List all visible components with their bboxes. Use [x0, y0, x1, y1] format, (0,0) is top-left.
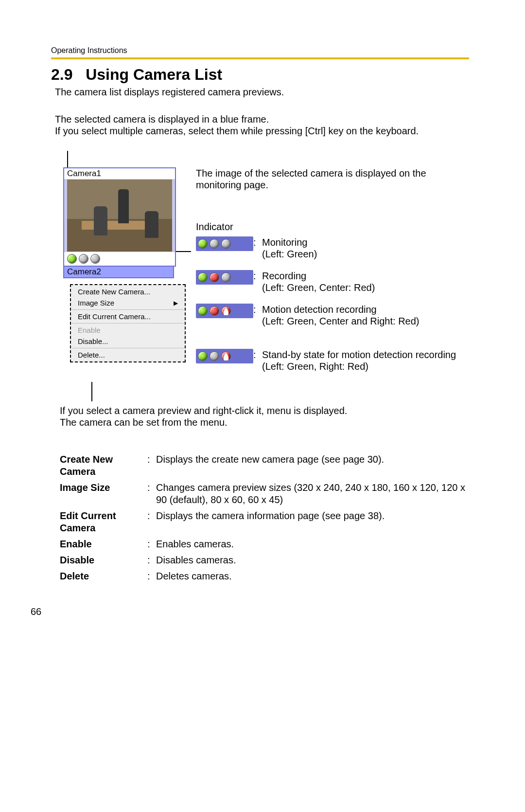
indicator-label: Motion detection recording — [262, 304, 377, 315]
menu-edit-label: Edit Current Camera... — [78, 312, 151, 321]
camera1-preview[interactable] — [64, 179, 175, 252]
indicator-detail: (Left: Green, Center and Right: Red) — [262, 316, 420, 326]
indicator-label: Recording — [262, 271, 306, 281]
indicator-row-monitoring: : Monitoring (Left: Green) — [196, 236, 468, 260]
section-title: Using Camera List — [86, 66, 222, 83]
menu-create-label: Create New Camera... — [78, 288, 150, 296]
indicator-label: Stand-by state for motion detection reco… — [262, 349, 456, 360]
indicator-chip — [196, 304, 253, 318]
section-heading: 2.9 Using Camera List — [51, 66, 222, 84]
def-desc: Displays the camera information page (se… — [156, 510, 468, 522]
menu-image-size-label: Image Size — [78, 299, 114, 307]
menu-enable: Enable — [71, 325, 185, 336]
def-edit-current-camera: Edit Current Camera : Displays the camer… — [60, 510, 468, 534]
colon: : — [147, 554, 156, 566]
indicator-desc: Recording (Left: Green, Center: Red) — [262, 270, 468, 293]
colon: : — [147, 538, 156, 550]
indicator-chip — [196, 236, 253, 251]
menu-edit-current-camera[interactable]: Edit Current Camera... — [71, 311, 185, 322]
menu-delete-label: Delete... — [78, 351, 105, 359]
menu-enable-label: Enable — [78, 326, 101, 334]
indicator-desc: Stand-by state for motion detection reco… — [262, 349, 468, 372]
camera1-indicator-row — [64, 252, 175, 266]
def-term: Disable — [60, 554, 147, 566]
orb-gray-icon — [210, 351, 219, 361]
def-term: Enable — [60, 538, 147, 550]
indicator-row-recording: : Recording (Left: Green, Center: Red) — [196, 270, 468, 293]
monitoring-page-note: The image of the selected camera is disp… — [196, 167, 468, 191]
menu-disable-label: Disable... — [78, 337, 108, 345]
indicator-label: Monitoring — [262, 237, 307, 248]
def-term: Image Size — [60, 482, 147, 494]
indicator-center-icon — [79, 254, 88, 264]
colon: : — [253, 349, 262, 361]
def-disable: Disable : Disables cameras. — [60, 554, 468, 566]
header-rule — [51, 57, 469, 59]
intro-paragraph: The camera list displays registered came… — [55, 87, 473, 98]
document-page: Operating Instructions 2.9 Using Camera … — [0, 0, 525, 812]
submenu-arrow-icon: ▶ — [174, 300, 178, 307]
colon: : — [147, 510, 156, 522]
orb-green-icon — [198, 239, 208, 249]
def-desc: Displays the create new camera page (see… — [156, 453, 468, 466]
indicator-chip — [196, 349, 253, 363]
orb-green-icon — [198, 272, 208, 282]
def-desc: Enables cameras. — [156, 538, 468, 550]
def-desc: Changes camera preview sizes (320 x 240,… — [156, 482, 468, 506]
indicator-detail: (Left: Green) — [262, 249, 317, 259]
menu-image-size[interactable]: Image Size▶ — [71, 297, 185, 308]
selection-info-line1: The selected camera is displayed in a bl… — [55, 114, 269, 125]
orb-gray-icon — [221, 272, 231, 282]
colon: : — [147, 570, 156, 582]
section-number: 2.9 — [51, 66, 72, 83]
right-click-note: If you select a camera preview and right… — [60, 405, 351, 429]
context-menu: Create New Camera... Image Size▶ Edit Cu… — [70, 284, 186, 362]
menu-delete[interactable]: Delete... — [71, 349, 185, 361]
def-delete: Delete : Deletes cameras. — [60, 570, 468, 582]
orb-motion-icon — [221, 351, 231, 361]
indicator-heading: Indicator — [196, 221, 468, 233]
selection-info: The selected camera is displayed in a bl… — [55, 113, 473, 137]
orb-green-icon — [198, 306, 208, 316]
camera-list-screenshot: Camera1 Camera2 Create New Camera... Ima… — [63, 167, 185, 278]
page-number: 66 — [31, 606, 41, 617]
running-head: Operating Instructions — [51, 46, 127, 55]
menu-separator — [72, 309, 184, 310]
def-desc: Deletes cameras. — [156, 570, 468, 582]
colon: : — [253, 236, 262, 248]
menu-separator — [72, 348, 184, 348]
def-desc: Disables cameras. — [156, 554, 468, 566]
menu-disable[interactable]: Disable... — [71, 336, 185, 347]
def-create-new-camera: Create New Camera : Displays the create … — [60, 453, 468, 478]
orb-red-icon — [210, 306, 219, 316]
indicator-row-standby: : Stand-by state for motion detection re… — [196, 349, 468, 372]
definition-list: Create New Camera : Displays the create … — [60, 453, 468, 586]
indicator-detail: (Left: Green, Center: Red) — [262, 282, 375, 293]
menu-create-new-camera[interactable]: Create New Camera... — [71, 286, 185, 297]
indicator-desc: Motion detection recording (Left: Green,… — [262, 304, 468, 327]
indicator-row-motion: : Motion detection recording (Left: Gree… — [196, 304, 468, 327]
indicator-right-icon — [90, 254, 100, 264]
orb-gray-icon — [210, 239, 219, 249]
colon: : — [147, 453, 156, 466]
colon: : — [147, 482, 156, 494]
menu-separator — [72, 323, 184, 324]
def-term: Create New Camera — [60, 453, 147, 478]
indicator-chip — [196, 270, 253, 285]
callout-line-menu — [91, 382, 92, 401]
orb-gray-icon — [221, 239, 231, 249]
def-term: Edit Current Camera — [60, 510, 147, 534]
indicator-desc: Monitoring (Left: Green) — [262, 236, 468, 260]
colon: : — [253, 304, 262, 315]
camera2-label[interactable]: Camera2 — [63, 267, 174, 278]
indicator-left-icon — [67, 254, 77, 264]
def-term: Delete — [60, 570, 147, 582]
orb-green-icon — [198, 351, 208, 361]
orb-red-icon — [210, 272, 219, 282]
orb-motion-icon — [221, 306, 231, 316]
def-enable: Enable : Enables cameras. — [60, 538, 468, 550]
camera1-tile[interactable]: Camera1 — [63, 167, 176, 267]
indicator-detail: (Left: Green, Right: Red) — [262, 361, 368, 372]
def-image-size: Image Size : Changes camera preview size… — [60, 482, 468, 506]
colon: : — [253, 270, 262, 282]
